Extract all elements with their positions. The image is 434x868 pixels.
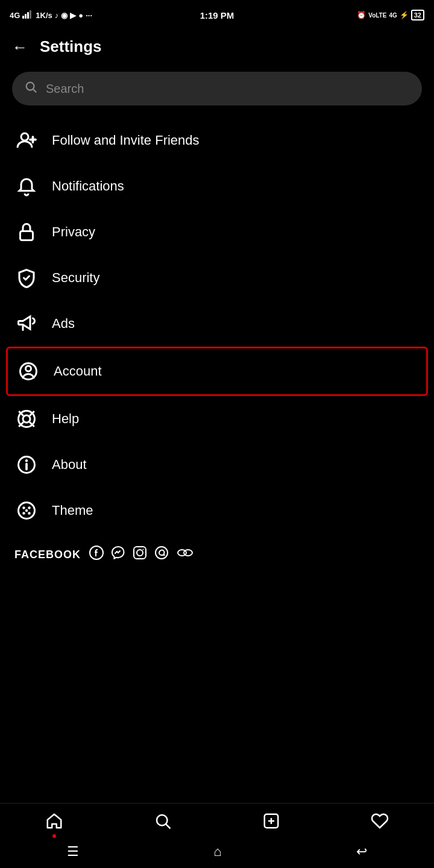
svg-point-13 xyxy=(23,415,30,423)
svg-point-23 xyxy=(28,506,31,509)
svg-line-5 xyxy=(33,89,36,92)
menu-item-help[interactable]: Help xyxy=(6,396,428,442)
svg-point-34 xyxy=(157,815,168,826)
back-sys-button[interactable]: ↩ xyxy=(356,844,367,860)
svg-rect-3 xyxy=(30,10,31,19)
menu-label-privacy: Privacy xyxy=(52,224,95,240)
menu-label-follow: Follow and Invite Friends xyxy=(52,133,200,148)
home-nav-button[interactable] xyxy=(45,812,63,834)
menu-item-ads[interactable]: Ads xyxy=(6,301,428,347)
add-nav-button[interactable] xyxy=(262,812,280,834)
svg-point-26 xyxy=(25,509,28,512)
menu-label-help: Help xyxy=(52,411,79,427)
lightning-icon: ⚡ xyxy=(400,11,409,19)
whatsapp-icon xyxy=(154,546,169,564)
menu-button[interactable]: ☰ xyxy=(67,844,79,860)
facebook-section: FACEBOOK xyxy=(0,533,434,576)
svg-point-4 xyxy=(27,83,34,90)
shield-check-icon xyxy=(14,266,39,290)
svg-point-6 xyxy=(21,133,28,140)
messenger-icon xyxy=(111,546,125,564)
search-bar[interactable]: Search xyxy=(12,72,422,105)
facebook-icon xyxy=(89,546,104,564)
dot-icon: ● xyxy=(78,11,83,20)
battery-level: 32 xyxy=(411,10,424,20)
menu-label-account: Account xyxy=(54,363,102,379)
megaphone-icon xyxy=(14,312,39,336)
lte-icon: 4G xyxy=(389,12,397,19)
menu-label-notifications: Notifications xyxy=(52,178,124,194)
person-circle-icon xyxy=(16,359,40,383)
bottom-nav: ☰ ⌂ ↩ xyxy=(0,803,434,868)
instagram-icon xyxy=(133,546,147,564)
music-icon: ♪ xyxy=(55,11,59,20)
svg-rect-28 xyxy=(134,547,146,559)
svg-point-33 xyxy=(184,550,192,556)
svg-rect-2 xyxy=(27,12,29,19)
heart-nav-button[interactable] xyxy=(371,812,389,834)
svg-point-20 xyxy=(25,459,28,462)
svg-point-30 xyxy=(143,549,144,550)
menu-label-ads: Ads xyxy=(52,316,75,332)
lock-icon xyxy=(14,220,39,244)
info-circle-icon xyxy=(14,453,39,477)
palette-icon xyxy=(14,498,39,523)
svg-point-25 xyxy=(28,512,31,515)
system-nav-bar: ☰ ⌂ ↩ xyxy=(0,838,434,868)
menu-item-privacy[interactable]: Privacy xyxy=(6,209,428,255)
top-nav: ← Settings xyxy=(0,30,434,66)
settings-menu: Follow and Invite Friends Notifications … xyxy=(0,118,434,533)
svg-rect-1 xyxy=(25,14,27,19)
more-icon: ··· xyxy=(86,11,92,20)
bottom-nav-icons xyxy=(0,804,434,838)
svg-rect-9 xyxy=(20,231,33,241)
menu-label-security: Security xyxy=(52,270,99,286)
play-icon: ▶ xyxy=(70,11,76,20)
search-placeholder: Search xyxy=(46,82,84,96)
back-button[interactable]: ← xyxy=(12,39,28,55)
sound-icon: ◉ xyxy=(61,11,68,20)
menu-item-security[interactable]: Security xyxy=(6,255,428,301)
search-nav-button[interactable] xyxy=(154,812,172,834)
data-speed: 1K/s xyxy=(36,11,52,20)
svg-rect-0 xyxy=(22,16,24,19)
network-info: 4G xyxy=(10,11,20,20)
status-bar: 4G 1K/s ♪ ◉ ▶ ● ··· 1:19 PM ⏰ VoLTE 4G ⚡… xyxy=(0,0,434,30)
menu-item-account[interactable]: Account xyxy=(6,347,428,396)
status-time: 1:19 PM xyxy=(200,10,234,20)
svg-point-24 xyxy=(22,512,25,515)
menu-item-theme[interactable]: Theme xyxy=(6,488,428,533)
menu-label-about: About xyxy=(52,457,87,473)
svg-point-29 xyxy=(137,550,143,556)
menu-item-follow[interactable]: Follow and Invite Friends xyxy=(6,118,428,163)
alarm-icon: ⏰ xyxy=(357,11,366,19)
svg-line-35 xyxy=(166,825,171,829)
svg-point-22 xyxy=(22,506,25,509)
bell-icon xyxy=(14,174,39,198)
status-left: 4G 1K/s ♪ ◉ ▶ ● ··· xyxy=(10,10,92,20)
meta-icon xyxy=(176,546,194,564)
facebook-brand: FACEBOOK xyxy=(14,549,81,561)
lifebuoy-icon xyxy=(14,407,39,431)
volte-icon: VoLTE xyxy=(368,12,386,19)
facebook-social-icons xyxy=(89,546,194,564)
signal-bars xyxy=(22,10,33,20)
menu-item-notifications[interactable]: Notifications xyxy=(6,163,428,209)
search-icon xyxy=(24,80,37,97)
menu-item-about[interactable]: About xyxy=(6,442,428,488)
add-person-icon xyxy=(14,128,39,153)
status-right: ⏰ VoLTE 4G ⚡ 32 xyxy=(357,10,424,20)
svg-point-31 xyxy=(156,547,168,559)
page-title: Settings xyxy=(40,37,102,56)
svg-point-11 xyxy=(26,366,31,371)
home-button[interactable]: ⌂ xyxy=(213,844,221,860)
menu-label-theme: Theme xyxy=(52,503,93,518)
